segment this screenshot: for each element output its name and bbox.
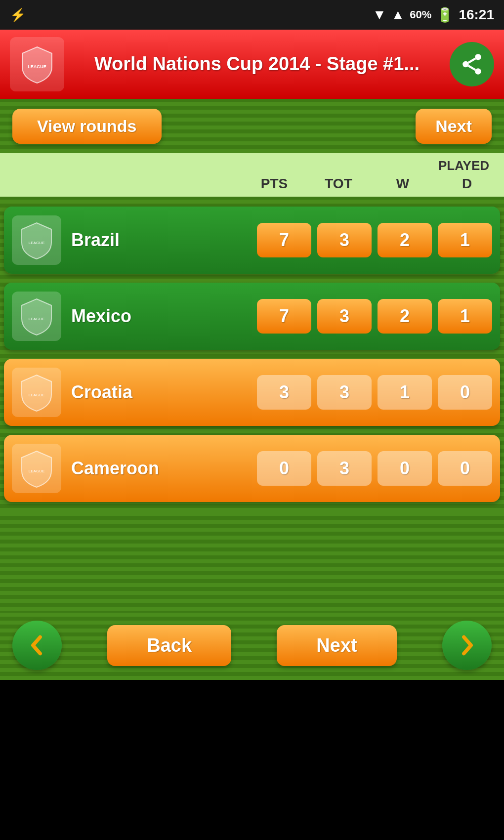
status-bar: ⚡ ▼ ▲ 60% 🔋 16:21: [0, 0, 504, 30]
shield-icon-mexico: LEAGUE: [19, 296, 54, 336]
team-row-cameroon[interactable]: LEAGUE Cameroon 0 3 0 0: [4, 435, 500, 502]
back-button[interactable]: Back: [107, 625, 231, 666]
page-title: World Nations Cup 2014 - Stage #1...: [64, 52, 450, 76]
svg-text:LEAGUE: LEAGUE: [29, 317, 44, 321]
back-arrow-button[interactable]: [12, 621, 62, 670]
shield-icon-cameroon: LEAGUE: [19, 449, 54, 488]
wifi-icon: ▼: [373, 7, 386, 23]
team-logo-croatia: LEAGUE: [12, 368, 61, 417]
team-row-mexico[interactable]: LEAGUE Mexico 7 3 2 1: [4, 283, 500, 350]
team-stats-croatia: 3 3 1 0: [257, 375, 492, 410]
battery-percent: 60%: [410, 8, 431, 21]
svg-text:LEAGUE: LEAGUE: [28, 64, 46, 69]
clock: 16:21: [459, 7, 494, 23]
team-name-croatia: Croatia: [71, 382, 257, 403]
next-button-toolbar[interactable]: Next: [416, 109, 492, 144]
cameroon-pts: 0: [257, 451, 311, 486]
col-w: W: [371, 176, 435, 192]
teams-list: LEAGUE Brazil 7 3 2 1 LEAGUE Mexico 7 3 …: [0, 197, 504, 512]
svg-line-5: [468, 59, 475, 63]
team-name-mexico: Mexico: [71, 306, 257, 327]
mexico-d: 1: [438, 299, 492, 334]
battery-icon: 🔋: [436, 7, 454, 23]
svg-point-2: [462, 61, 469, 68]
team-row-croatia[interactable]: LEAGUE Croatia 3 3 1 0: [4, 359, 500, 426]
cameroon-tot: 3: [317, 451, 372, 486]
col-pts: PTS: [242, 176, 306, 192]
croatia-tot: 3: [317, 375, 372, 410]
mexico-tot: 3: [317, 299, 372, 334]
bottom-grass-spacer: [0, 512, 504, 611]
signal-icon: ▲: [391, 7, 405, 23]
footer-navigation: Back Next: [0, 611, 504, 680]
svg-text:LEAGUE: LEAGUE: [29, 469, 44, 473]
svg-text:LEAGUE: LEAGUE: [29, 393, 44, 397]
team-row-brazil[interactable]: LEAGUE Brazil 7 3 2 1: [4, 207, 500, 274]
share-icon: [460, 52, 484, 77]
column-headers: PTS TOT W D: [0, 176, 504, 192]
team-stats-cameroon: 0 3 0 0: [257, 451, 492, 486]
col-tot: TOT: [306, 176, 371, 192]
brazil-pts: 7: [257, 223, 311, 257]
croatia-w: 1: [378, 375, 432, 410]
svg-text:LEAGUE: LEAGUE: [29, 241, 44, 245]
status-bar-right: ▼ ▲ 60% 🔋 16:21: [373, 7, 494, 23]
cameroon-d: 0: [438, 451, 492, 486]
table-header: PLAYED PTS TOT W D: [0, 153, 504, 197]
svg-line-4: [468, 66, 475, 70]
team-name-cameroon: Cameroon: [71, 458, 257, 479]
next-button-footer[interactable]: Next: [277, 625, 396, 666]
shield-icon-croatia: LEAGUE: [19, 373, 54, 412]
team-logo-mexico: LEAGUE: [12, 292, 61, 341]
app-logo: LEAGUE: [10, 37, 64, 91]
mexico-pts: 7: [257, 299, 311, 334]
team-logo-cameroon: LEAGUE: [12, 444, 61, 493]
svg-point-3: [475, 68, 481, 75]
view-rounds-button[interactable]: View rounds: [12, 109, 162, 144]
toolbar: View rounds Next: [0, 99, 504, 153]
logo-shield-icon: LEAGUE: [20, 44, 54, 84]
app-header: LEAGUE World Nations Cup 2014 - Stage #1…: [0, 30, 504, 99]
croatia-pts: 3: [257, 375, 311, 410]
played-label: PLAYED: [0, 158, 504, 176]
team-logo-brazil: LEAGUE: [12, 215, 61, 265]
svg-point-1: [475, 54, 481, 60]
shield-icon-brazil: LEAGUE: [19, 220, 54, 260]
mexico-w: 2: [378, 299, 432, 334]
brazil-d: 1: [438, 223, 492, 257]
chevron-left-icon: [25, 633, 49, 658]
col-d: D: [435, 176, 499, 192]
status-bar-left: ⚡: [10, 7, 26, 23]
team-stats-brazil: 7 3 2 1: [257, 223, 492, 257]
share-button[interactable]: [450, 42, 494, 86]
croatia-d: 0: [438, 375, 492, 410]
cameroon-w: 0: [378, 451, 432, 486]
team-stats-mexico: 7 3 2 1: [257, 299, 492, 334]
next-arrow-button[interactable]: [442, 621, 492, 670]
usb-icon: ⚡: [10, 7, 26, 23]
team-name-brazil: Brazil: [71, 230, 257, 251]
brazil-w: 2: [378, 223, 432, 257]
brazil-tot: 3: [317, 223, 372, 257]
chevron-right-icon: [455, 633, 479, 658]
